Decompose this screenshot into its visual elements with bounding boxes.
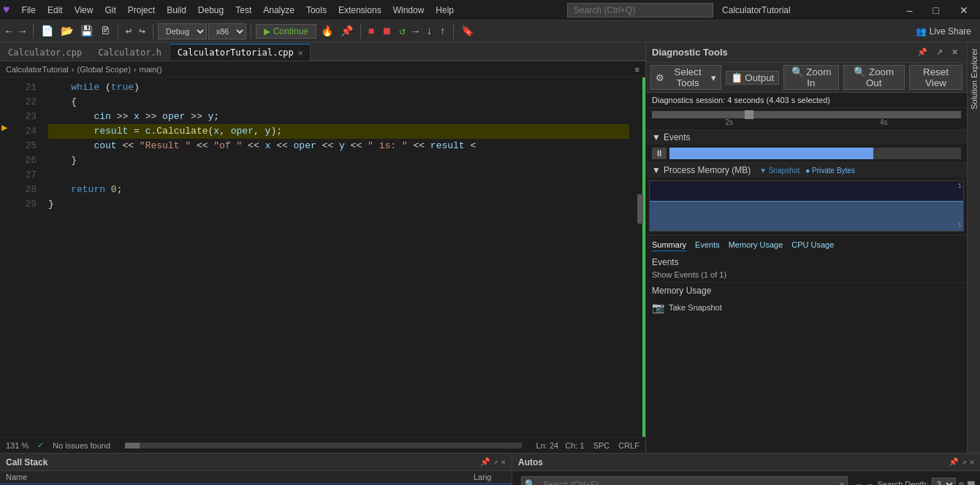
- toolbar-stop[interactable]: ⏹: [379, 24, 395, 39]
- toolbar-fire[interactable]: 🔥: [318, 23, 336, 39]
- search-depth-select[interactable]: 3: [932, 478, 956, 485]
- minimize-button[interactable]: –: [898, 1, 922, 19]
- diag-pin-btn[interactable]: 📌: [914, 47, 930, 58]
- zoom-in-button[interactable]: 🔍 Zoom In: [783, 65, 838, 90]
- menu-git[interactable]: Git: [99, 4, 121, 17]
- toolbar-step-into[interactable]: ↓: [423, 24, 435, 39]
- code-editor[interactable]: while (true) { cin >> x >> oper >> y; re…: [42, 77, 635, 437]
- scroll-thumb-h[interactable]: [125, 443, 140, 448]
- maximize-button[interactable]: □: [924, 1, 948, 19]
- toolbar-break[interactable]: ■: [365, 24, 377, 39]
- tab-close-icon[interactable]: ✕: [298, 48, 303, 58]
- menu-analyze[interactable]: Analyze: [257, 4, 300, 17]
- events-fill: [669, 148, 873, 159]
- live-share-btn[interactable]: 👥 Live Share: [910, 25, 977, 38]
- tab-cpu-usage[interactable]: CPU Usage: [791, 239, 834, 251]
- menu-tools[interactable]: Tools: [300, 4, 333, 17]
- tab-calculatortutorial-cpp[interactable]: CalculatorTutorial.cpp ✕: [170, 44, 311, 61]
- toolbar-restart[interactable]: ↺: [396, 23, 408, 39]
- tab-label-2: CalculatorTutorial.cpp: [178, 47, 294, 58]
- search-clear-icon[interactable]: ✕: [836, 479, 847, 486]
- vs-logo: ♥: [3, 4, 10, 17]
- tab-summary[interactable]: Summary: [652, 239, 686, 251]
- menu-test[interactable]: Test: [229, 4, 257, 17]
- menu-edit[interactable]: Edit: [42, 4, 69, 17]
- menu-file[interactable]: File: [16, 4, 42, 17]
- menu-debug[interactable]: Debug: [192, 4, 229, 17]
- platform-select[interactable]: x86: [208, 23, 246, 39]
- editor-scrollbar[interactable]: [635, 77, 645, 437]
- search-icon: 🔍: [522, 479, 539, 486]
- take-snapshot-button[interactable]: Take Snapshot: [669, 303, 722, 312]
- app-title: CalculatorTutorial: [722, 5, 791, 15]
- menu-view[interactable]: View: [69, 4, 99, 17]
- autos-float[interactable]: ↗: [962, 457, 967, 467]
- autos-search-container[interactable]: 🔍 ✕: [521, 476, 848, 485]
- call-stack-pin[interactable]: 📌: [480, 457, 490, 467]
- call-stack-panel: Call Stack 📌 ↗ ✕ Name Lang ▶ CalculatorT…: [0, 454, 512, 485]
- menu-project[interactable]: Project: [122, 4, 161, 17]
- select-tools-label: Select Tools: [666, 66, 710, 88]
- toolbar-bookmark[interactable]: 🔖: [458, 23, 476, 39]
- global-search-input[interactable]: [567, 3, 713, 18]
- call-stack-close[interactable]: ✕: [501, 457, 506, 467]
- close-button[interactable]: ✕: [951, 1, 977, 19]
- output-button[interactable]: 📋 Output: [726, 71, 779, 85]
- toolbar-step-over[interactable]: →: [410, 24, 422, 39]
- reset-view-button[interactable]: Reset View: [909, 65, 962, 90]
- toolbar-forward[interactable]: →: [16, 24, 28, 39]
- memory-collapse-icon[interactable]: ▼: [652, 165, 661, 175]
- menu-help[interactable]: Help: [430, 4, 460, 17]
- autos-search-input[interactable]: [539, 480, 836, 485]
- tab-memory-usage[interactable]: Memory Usage: [729, 239, 783, 251]
- toolbar-back[interactable]: ←: [3, 24, 15, 39]
- code-container[interactable]: ▶ 212223242526272829 while (true) { cin …: [0, 77, 645, 437]
- diag-close-btn[interactable]: ✕: [949, 47, 961, 58]
- menu-window[interactable]: Window: [387, 4, 430, 17]
- tab-calculator-cpp[interactable]: Calculator.cpp: [0, 44, 90, 61]
- debug-config-select[interactable]: Debug: [158, 23, 207, 39]
- live-share-label: Live Share: [930, 26, 971, 37]
- toolbar-open[interactable]: 📂: [58, 23, 76, 39]
- autos-pin[interactable]: 📌: [949, 457, 959, 467]
- snapshot-filter[interactable]: ▼ Snapshot: [759, 167, 799, 175]
- toolbar-new[interactable]: 📄: [38, 23, 56, 39]
- toolbar-save[interactable]: 💾: [77, 23, 96, 39]
- autos-settings-icon[interactable]: ⚙: [959, 479, 964, 486]
- timeline[interactable]: 2s 4s: [646, 108, 967, 130]
- zoom-out-button[interactable]: 🔍 Zoom Out: [843, 65, 905, 90]
- events-pause-button[interactable]: ⏸: [652, 148, 666, 159]
- toolbar-save-all[interactable]: 🖹: [97, 24, 113, 39]
- diag-float-btn[interactable]: ↗: [933, 47, 946, 58]
- toolbar-pin[interactable]: 📌: [338, 23, 356, 39]
- breadcrumb-project[interactable]: CalculatorTutorial: [6, 65, 69, 74]
- events-list-title: Events: [652, 257, 961, 267]
- timeline-cursor[interactable]: [745, 110, 753, 119]
- events-collapse-icon[interactable]: ▼: [652, 132, 661, 142]
- menu-build[interactable]: Build: [161, 4, 192, 17]
- tab-events[interactable]: Events: [695, 239, 720, 251]
- toolbar-redo[interactable]: ↪: [136, 23, 148, 39]
- toolbar-step-out[interactable]: ↑: [436, 24, 448, 39]
- nav-back-icon[interactable]: ←: [855, 480, 863, 485]
- breadcrumb-scope[interactable]: (Global Scope): [77, 65, 130, 74]
- menu-extensions[interactable]: Extensions: [333, 4, 387, 17]
- toolbar-undo[interactable]: ↩: [123, 23, 134, 39]
- timeline-bar[interactable]: [652, 111, 961, 118]
- tab-label-0: Calculator.cpp: [8, 47, 82, 58]
- call-stack-float[interactable]: ↗: [493, 457, 498, 467]
- scroll-thumb[interactable]: [637, 194, 643, 224]
- show-events-link[interactable]: Show Events (1 of 1): [652, 270, 961, 279]
- select-tools-button[interactable]: ⚙ Select Tools ▾: [650, 65, 721, 90]
- spc-indicator: SPC: [593, 441, 610, 450]
- nav-fwd-icon[interactable]: →: [866, 480, 874, 485]
- autos-close[interactable]: ✕: [969, 457, 974, 467]
- autos-grid-icon[interactable]: ⯀: [967, 479, 976, 486]
- continue-button[interactable]: ▶ Continue: [256, 24, 316, 39]
- scroll-bar[interactable]: [125, 443, 522, 448]
- breadcrumb-actions[interactable]: ≡: [635, 65, 639, 74]
- breadcrumb-symbol[interactable]: main(): [140, 65, 162, 74]
- tab-calculator-h[interactable]: Calculator.h: [90, 44, 170, 61]
- line-numbers: 212223242526272829: [13, 77, 42, 437]
- solution-explorer-label[interactable]: Solution Explorer: [970, 48, 979, 110]
